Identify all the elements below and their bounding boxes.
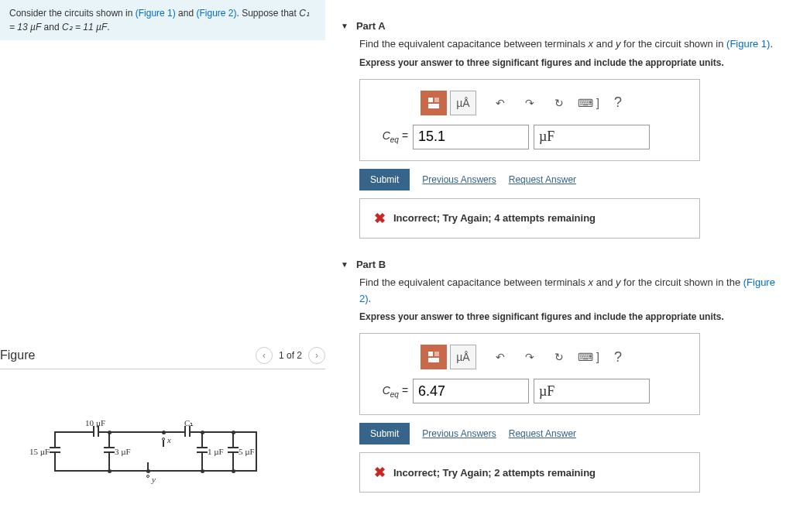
figure-pager: ‹ 1 of 2 ›	[256, 347, 325, 364]
part-b-answer-box: µÅ ↶ ↷ ↻ ⌨ ] ? Ceq =	[359, 333, 700, 415]
part-b-var-label: Ceq =	[374, 384, 408, 399]
part-b-value-input[interactable]	[413, 379, 529, 403]
figure-pager-label: 1 of 2	[279, 350, 302, 361]
part-b: ▼ Part B Find the equivalent capacitance…	[341, 254, 778, 493]
svg-rect-4	[434, 352, 439, 356]
figure1-link[interactable]: (Figure 1)	[136, 8, 176, 19]
undo-icon[interactable]: ↶	[487, 345, 513, 369]
figure-header: Figure ‹ 1 of 2 ›	[0, 342, 325, 369]
part-b-unit-input[interactable]	[534, 379, 650, 403]
part-a-title: Part A	[356, 20, 386, 32]
part-b-title: Part B	[356, 259, 386, 270]
circuit-diagram: 10 µF C₁ 15 µF 3 µF 1 µF 5 µF x y	[0, 416, 325, 493]
svg-rect-2	[428, 104, 439, 108]
figure-next-button[interactable]: ›	[308, 347, 325, 364]
help-icon[interactable]: ?	[605, 345, 631, 369]
part-a-value-input[interactable]	[413, 125, 529, 149]
units-button[interactable]: µÅ	[450, 91, 476, 115]
part-b-header[interactable]: ▼ Part B	[341, 254, 778, 275]
part-a-request-answer-link[interactable]: Request Answer	[509, 174, 576, 185]
part-a-unit-input[interactable]	[534, 125, 650, 149]
redo-icon[interactable]: ↷	[517, 345, 543, 369]
keyboard-icon[interactable]: ⌨ ]	[575, 345, 602, 369]
part-a-feedback: ✖ Incorrect; Try Again; 4 attempts remai…	[359, 198, 700, 239]
part-b-feedback: ✖ Incorrect; Try Again; 2 attempts remai…	[359, 452, 700, 493]
part-a-answer-box: µÅ ↶ ↷ ↻ ⌨ ] ? Ceq =	[359, 79, 700, 161]
keyboard-icon[interactable]: ⌨ ]	[575, 91, 602, 115]
part-a: ▼ Part A Find the equivalent capacitance…	[341, 15, 778, 239]
svg-rect-0	[428, 98, 433, 102]
incorrect-icon: ✖	[374, 464, 386, 481]
incorrect-icon: ✖	[374, 210, 386, 227]
reset-icon[interactable]: ↻	[546, 345, 572, 369]
units-button[interactable]: µÅ	[450, 345, 476, 369]
template-icon[interactable]	[421, 91, 447, 115]
part-b-request-answer-link[interactable]: Request Answer	[509, 428, 576, 439]
problem-text: Consider the circuits shown in	[9, 8, 136, 19]
part-a-instruction: Express your answer to three significant…	[359, 57, 778, 68]
svg-rect-5	[428, 358, 439, 362]
part-a-figure-link[interactable]: (Figure 1)	[726, 38, 770, 50]
caret-down-icon: ▼	[341, 260, 348, 269]
part-a-var-label: Ceq =	[374, 129, 408, 144]
part-a-header[interactable]: ▼ Part A	[341, 15, 778, 36]
part-a-prompt: Find the equivalent capacitance between …	[359, 36, 778, 53]
figure-prev-button[interactable]: ‹	[256, 347, 273, 364]
template-icon[interactable]	[421, 345, 447, 369]
caret-down-icon: ▼	[341, 22, 348, 30]
part-a-submit-button[interactable]: Submit	[359, 169, 410, 190]
svg-rect-1	[434, 98, 439, 102]
reset-icon[interactable]: ↻	[546, 91, 572, 115]
figure2-link[interactable]: (Figure 2)	[196, 8, 236, 19]
part-b-prompt: Find the equivalent capacitance between …	[359, 275, 778, 307]
part-b-instruction: Express your answer to three significant…	[359, 311, 778, 322]
undo-icon[interactable]: ↶	[487, 91, 513, 115]
redo-icon[interactable]: ↷	[517, 91, 543, 115]
help-icon[interactable]: ?	[605, 91, 631, 115]
part-b-previous-answers-link[interactable]: Previous Answers	[422, 428, 496, 439]
problem-statement: Consider the circuits shown in (Figure 1…	[0, 0, 325, 40]
svg-rect-3	[428, 352, 433, 356]
figure-title: Figure	[0, 348, 35, 362]
part-b-submit-button[interactable]: Submit	[359, 423, 410, 444]
part-a-previous-answers-link[interactable]: Previous Answers	[422, 174, 496, 185]
